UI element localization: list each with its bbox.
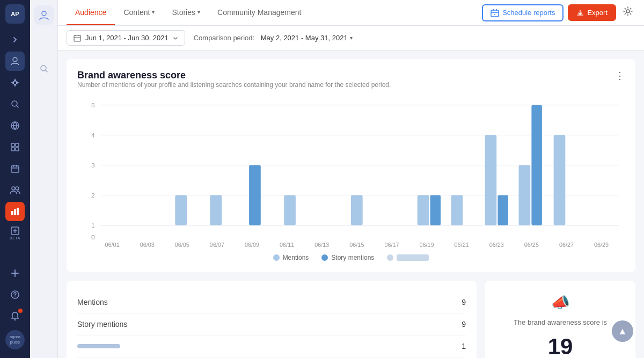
filter-bar: Jun 1, 2021 - Jun 30, 2021 Comparison pe… (58, 26, 644, 50)
sidebar: AP (0, 0, 30, 358)
svg-point-16 (42, 11, 46, 16)
mentions-row: Mentions 9 (77, 291, 466, 313)
svg-rect-4 (16, 143, 19, 147)
tab-content[interactable]: Content ▾ (115, 0, 163, 25)
export-button[interactable]: Export (568, 4, 616, 21)
sidebar-beta-icon[interactable]: BETA (5, 223, 25, 243)
sidebar-grid-icon[interactable] (5, 137, 25, 157)
sidebar-add-icon[interactable] (5, 264, 25, 283)
svg-text:06/01: 06/01 (105, 242, 120, 248)
sidebar-help-icon[interactable] (5, 285, 25, 304)
sidebar-chart-icon[interactable] (5, 202, 25, 221)
scroll-up-button[interactable]: ▲ (612, 320, 633, 342)
date-range-picker[interactable]: Jun 1, 2021 - Jun 30, 2021 (67, 30, 185, 46)
panel-search-icon[interactable] (34, 59, 54, 78)
svg-rect-39 (418, 195, 429, 225)
story-mentions-row: Story mentions 9 (77, 313, 466, 335)
export-icon (576, 9, 584, 17)
brand-awareness-card: Brand awareness score Number of mentions… (67, 59, 635, 272)
sidebar-profile-icon[interactable] (5, 52, 25, 71)
topnav-actions: Schedule reports Export (482, 4, 635, 21)
calendar-icon (74, 34, 81, 42)
sidebar-globe-icon[interactable] (5, 116, 25, 135)
svg-text:06/03: 06/03 (140, 242, 155, 248)
sidebar-search-icon[interactable] (5, 94, 25, 114)
chart-svg: 5 4 3 2 1 0 (77, 99, 625, 250)
svg-rect-18 (491, 10, 499, 17)
comparison-period: Comparison period: May 2, 2021 - May 31,… (194, 34, 353, 42)
svg-text:1: 1 (91, 222, 95, 229)
svg-text:06/19: 06/19 (419, 242, 434, 248)
svg-text:06/13: 06/13 (314, 242, 329, 248)
svg-rect-38 (351, 195, 363, 225)
svg-text:0: 0 (91, 233, 95, 241)
chart-header: Brand awareness score Number of mentions… (77, 70, 625, 97)
svg-point-19 (494, 14, 495, 15)
bar-row: 1 (77, 335, 466, 357)
svg-point-9 (16, 187, 19, 190)
comparison-chevron-icon[interactable]: ▾ (350, 35, 353, 41)
svg-rect-3 (11, 143, 14, 147)
svg-rect-21 (74, 35, 80, 41)
svg-text:5: 5 (91, 101, 95, 109)
chart-title: Brand awareness score (77, 70, 391, 81)
svg-text:4: 4 (91, 131, 95, 139)
svg-rect-44 (519, 165, 531, 225)
sidebar-navigate-icon[interactable] (5, 73, 25, 92)
svg-point-8 (12, 187, 15, 190)
nav-tabs: Audience Content ▾ Stories ▾ Community M… (67, 0, 482, 25)
tab-stories[interactable]: Stories ▾ (163, 0, 209, 25)
awareness-description: The brand awareness score is (514, 318, 607, 327)
stats-bar-indicator (77, 344, 120, 348)
app-logo[interactable]: AP (5, 4, 25, 24)
stories-chevron-icon: ▾ (197, 9, 200, 15)
content-chevron-icon: ▾ (152, 9, 155, 15)
sidebar-team-icon[interactable] (5, 180, 25, 200)
svg-point-20 (626, 10, 630, 13)
main-content: Audience Content ▾ Stories ▾ Community M… (58, 0, 644, 358)
chart-more-button[interactable]: ⋮ (615, 70, 625, 82)
svg-rect-7 (11, 166, 19, 172)
schedule-reports-button[interactable]: Schedule reports (482, 4, 564, 21)
settings-icon (623, 6, 633, 17)
svg-text:06/09: 06/09 (245, 242, 259, 248)
date-chevron-icon (173, 35, 178, 41)
svg-rect-35 (210, 195, 222, 225)
comparison-legend-bar (397, 254, 429, 261)
legend-comparison (387, 254, 429, 261)
svg-text:06/05: 06/05 (175, 242, 189, 248)
svg-point-15 (15, 297, 16, 297)
user-avatar[interactable]: agorapulse (5, 330, 25, 349)
bar-chart: 5 4 3 2 1 0 (77, 99, 625, 250)
tab-community[interactable]: Community Management (209, 0, 310, 25)
settings-button[interactable] (620, 4, 635, 21)
svg-text:06/21: 06/21 (455, 242, 469, 248)
svg-rect-6 (16, 148, 19, 151)
chart-subtitle: Number of mentions of your profile and l… (77, 81, 391, 89)
svg-rect-5 (11, 148, 14, 151)
sidebar-notifications-icon[interactable] (5, 306, 25, 326)
svg-rect-34 (175, 195, 187, 225)
svg-rect-46 (554, 135, 566, 225)
story-mentions-legend-dot (321, 254, 328, 261)
stats-table: Mentions 9 Story mentions 9 1 Total awar… (67, 281, 477, 358)
top-navigation: Audience Content ▾ Stories ▾ Community M… (58, 0, 644, 26)
mentions-legend-dot (273, 254, 280, 261)
svg-text:2: 2 (91, 192, 95, 199)
svg-rect-45 (531, 105, 542, 225)
svg-text:06/07: 06/07 (210, 242, 224, 248)
svg-text:3: 3 (91, 162, 95, 169)
svg-text:06/11: 06/11 (280, 242, 294, 248)
sidebar-expand-icon[interactable] (5, 30, 25, 49)
profile-avatar-icon[interactable] (34, 5, 54, 25)
svg-point-0 (13, 57, 17, 62)
svg-rect-43 (497, 195, 508, 225)
tab-audience[interactable]: Audience (67, 0, 115, 25)
legend-mentions: Mentions (273, 254, 309, 261)
stats-section: Mentions 9 Story mentions 9 1 Total awar… (67, 281, 635, 358)
sidebar-calendar-icon[interactable] (5, 159, 25, 178)
svg-rect-42 (485, 135, 497, 225)
awareness-icon: 📣 (551, 294, 570, 311)
svg-text:06/25: 06/25 (524, 242, 539, 248)
svg-rect-40 (430, 195, 441, 225)
